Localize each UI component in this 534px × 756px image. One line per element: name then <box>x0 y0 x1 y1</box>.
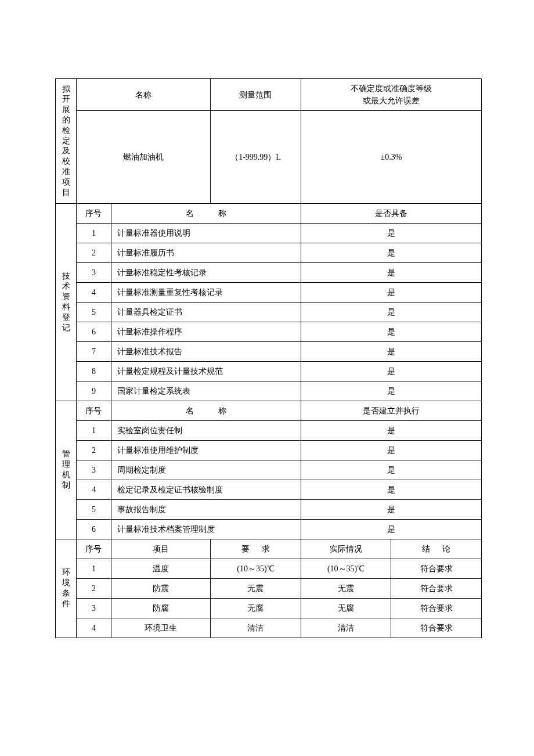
table-row: 1温度(10～35)℃(10～35)℃符合要求 <box>56 559 482 579</box>
section1-header-range: 测量范围 <box>211 79 301 111</box>
assessment-table: 拟开展的检定及校准项目 名称 测量范围 不确定度或准确度等级或最大允许误差 燃油… <box>55 78 482 638</box>
section1-row-uncertainty: ±0.3% <box>301 111 481 204</box>
section4-header-req: 要求 <box>211 539 301 559</box>
section1-header-uncertainty: 不确定度或准确度等级或最大允许误差 <box>301 79 481 111</box>
section1-row-range: （1-999.99）L <box>211 111 301 204</box>
table-row: 2计量标准履历书是 <box>56 243 482 263</box>
table-row: 2计量标准使用维护制度是 <box>56 441 482 460</box>
table-row: 5事故报告制度是 <box>56 500 482 520</box>
table-row: 2防震无震无震符合要求 <box>56 579 482 599</box>
table-row: 7计量标准技术报告是 <box>56 342 482 362</box>
section1-header-name: 名称 <box>77 79 211 111</box>
table-row: 3周期检定制度是 <box>56 460 482 480</box>
table-row: 3计量标准稳定性考核记录是 <box>56 263 482 283</box>
table-row: 4环境卫生清洁清洁符合要求 <box>56 618 482 638</box>
section1-label: 拟开展的检定及校准项目 <box>56 79 77 204</box>
table-row: 9国家计量检定系统表是 <box>56 381 482 401</box>
table-row: 1实验室岗位责任制是 <box>56 421 482 441</box>
section2-label: 技术资料登记 <box>56 204 77 401</box>
section4-header-item: 项目 <box>111 539 211 559</box>
section2-header-seq: 序号 <box>77 204 111 224</box>
section2-header-status: 是否具备 <box>301 204 481 224</box>
table-row: 1计量标准器使用说明是 <box>56 224 482 243</box>
table-row: 8计量检定规程及计量技术规范是 <box>56 362 482 381</box>
table-row: 5计量器具检定证书是 <box>56 303 482 322</box>
section3-label: 管理机制 <box>56 401 77 539</box>
section3-header-name: 名称 <box>111 401 301 421</box>
table-row: 4检定记录及检定证书核验制度是 <box>56 480 482 500</box>
section4-header-actual: 实际情况 <box>301 539 391 559</box>
table-row: 6计量标准操作程序是 <box>56 322 482 342</box>
section2-header-name: 名称 <box>111 204 301 224</box>
table-row: 6计量标准技术档案管理制度是 <box>56 520 482 539</box>
section4-label: 环境条件 <box>56 539 77 638</box>
section4-header-seq: 序号 <box>77 539 111 559</box>
section3-header-seq: 序号 <box>77 401 111 421</box>
table-row: 4计量标准测量重复性考核记录是 <box>56 283 482 303</box>
table-row: 3防腐无腐无腐符合要求 <box>56 599 482 618</box>
section4-header-conclusion: 结论 <box>391 539 482 559</box>
section1-row-name: 燃油加油机 <box>77 111 211 204</box>
section3-header-status: 是否建立并执行 <box>301 401 481 421</box>
